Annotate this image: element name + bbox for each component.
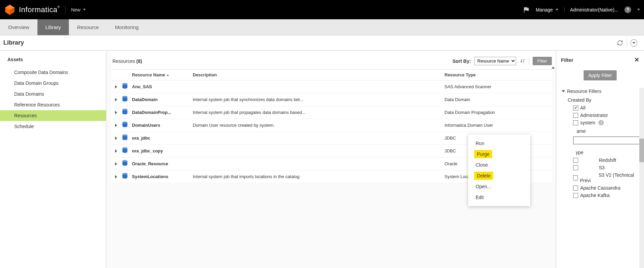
informatica-logo-icon (4, 4, 16, 16)
table-row[interactable]: DomainUsersDomain User resource created … (111, 119, 553, 132)
page-title-row: Library (0, 35, 644, 50)
filter-resource-type-option[interactable]: Amazon S3 V2 (Technical Previ (562, 171, 642, 184)
assets-panel: Assets Composite Data Domains Data Domai… (0, 51, 106, 268)
database-icon (121, 134, 132, 142)
separator (65, 5, 65, 15)
context-menu-item-purge[interactable]: Purge (474, 150, 492, 158)
chevron-down-icon (562, 90, 565, 92)
database-icon (121, 147, 132, 155)
expand-icon[interactable] (115, 98, 117, 101)
sort-direction-icon[interactable] (519, 58, 526, 64)
flag-icon[interactable] (523, 6, 530, 13)
sort-by-select[interactable]: Resource Name (474, 57, 516, 65)
expand-icon[interactable] (115, 162, 117, 166)
checkbox[interactable] (573, 158, 578, 163)
filter-panel: Filter ✕ Apply Filter Resource Filters C… (556, 51, 644, 268)
svg-point-12 (123, 135, 128, 137)
table-row[interactable]: DataDomainProp...Internal system job tha… (111, 106, 553, 119)
checkbox[interactable] (573, 105, 578, 111)
checkbox-label: Administrator (580, 113, 608, 118)
info-icon[interactable]: i (598, 120, 604, 125)
chevron-down-icon (83, 9, 86, 10)
scrollbar-thumb[interactable] (639, 139, 644, 162)
help-icon[interactable]: ? (624, 6, 631, 13)
tab-overview[interactable]: Overview (0, 19, 37, 35)
sort-by-label: Sort By: (453, 58, 471, 64)
asset-item-schedule[interactable]: Schedule (0, 121, 106, 132)
column-header-description[interactable]: Description (193, 72, 445, 77)
expand-icon[interactable] (115, 175, 117, 178)
main-layout: Assets Composite Data Domains Data Domai… (0, 50, 644, 268)
scroll-up-indicator[interactable] (551, 69, 553, 70)
asset-item-data-domains[interactable]: Data Domains (0, 89, 106, 99)
checkbox[interactable] (573, 186, 578, 191)
tab-library[interactable]: Library (37, 19, 69, 35)
table-row[interactable]: Anu_SASSAS Advanced Scanner (111, 80, 553, 93)
resource-type: SAS Advanced Scanner (445, 84, 553, 89)
filter-resource-type-label: Type (562, 148, 642, 156)
filter-resource-type-option[interactable]: Apache Cassandra (562, 184, 642, 192)
filter-created-by-option[interactable]: All (562, 104, 642, 112)
context-menu-item-edit[interactable]: Edit (468, 192, 530, 203)
filter-resource-type-option[interactable]: Amazon Redshift (562, 156, 642, 164)
user-label: Administrator(Native)... (570, 7, 618, 13)
expand-icon[interactable] (115, 124, 117, 127)
filter-created-by-option[interactable]: systemi (562, 119, 642, 126)
checkbox[interactable] (573, 113, 578, 118)
context-menu-item-delete[interactable]: Delete (474, 172, 493, 180)
asset-item-data-domain-groups[interactable]: Data Domain Groups (0, 78, 106, 89)
context-menu-item-run[interactable]: Run (468, 138, 530, 149)
manage-button[interactable]: Manage (536, 7, 558, 13)
asset-item-composite-data-domains[interactable]: Composite Data Domains (0, 67, 106, 78)
database-icon (121, 160, 132, 168)
svg-point-8 (123, 109, 128, 111)
resource-name-input[interactable] (573, 137, 641, 144)
filter-resource-type-option[interactable]: Amazon S3 (562, 164, 642, 171)
asset-item-reference-resources[interactable]: Reference Resources (0, 99, 106, 110)
checkbox-label: system (580, 120, 595, 125)
chevron-down-icon (637, 9, 640, 10)
tab-resource[interactable]: Resource (69, 19, 107, 35)
resource-name: ora_jdbc (132, 136, 193, 141)
column-header-type[interactable]: Resource Type (445, 72, 553, 77)
tab-monitoring[interactable]: Monitoring (107, 19, 147, 35)
context-menu: RunPurgeCloneDeleteOpen...Edit (468, 135, 530, 206)
user-menu[interactable]: Administrator(Native)... (564, 7, 618, 13)
refresh-icon[interactable] (617, 40, 623, 46)
table-row[interactable]: DataDomainInternal system job that synch… (111, 93, 553, 106)
checkbox[interactable] (573, 165, 578, 170)
expand-icon[interactable] (115, 111, 117, 114)
column-header-name[interactable]: Resource Name (132, 72, 193, 77)
expand-icon[interactable] (115, 85, 117, 89)
resources-panel: Resources (8) Sort By: Resource Name Fil… (106, 51, 556, 268)
filter-created-by-option[interactable]: Administrator (562, 112, 642, 119)
resource-name: ora_jdbc_copy (132, 148, 193, 153)
scrollbar-track (639, 88, 644, 268)
expand-icon[interactable] (115, 149, 117, 153)
expand-icon[interactable] (115, 137, 117, 140)
apply-filter-button[interactable]: Apply Filter (584, 70, 617, 80)
brand-logo[interactable]: Informatica® (4, 4, 60, 16)
filter-button[interactable]: Filter (533, 57, 552, 65)
checkbox[interactable] (573, 175, 578, 180)
close-icon[interactable]: ✕ (634, 56, 639, 64)
database-icon (121, 121, 132, 129)
checkbox[interactable] (573, 193, 578, 198)
dropdown-circle-icon[interactable] (630, 40, 637, 46)
filter-panel-title: Filter (561, 57, 573, 63)
filter-resource-type-option[interactable]: Apache Kafka (562, 192, 642, 199)
context-menu-item-open[interactable]: Open... (468, 181, 530, 192)
resource-type: Data Domain (445, 97, 553, 102)
checkbox[interactable] (573, 120, 578, 125)
asset-item-resources[interactable]: Resources (0, 110, 106, 121)
filter-group-resource-filters[interactable]: Resource Filters (562, 87, 642, 95)
database-icon (121, 95, 132, 104)
topbar: Informatica® New Manage Administrator(Na… (0, 0, 644, 19)
checkbox-label: Amazon Redshift (580, 157, 616, 163)
resource-type: Informatica Domain User (445, 123, 553, 128)
context-menu-item-clone[interactable]: Clone (468, 160, 530, 170)
new-button[interactable]: New (71, 7, 86, 13)
resource-name: Oracle_Resource (132, 161, 193, 166)
resources-heading: Resources (8) (112, 58, 142, 64)
svg-point-10 (123, 122, 128, 124)
